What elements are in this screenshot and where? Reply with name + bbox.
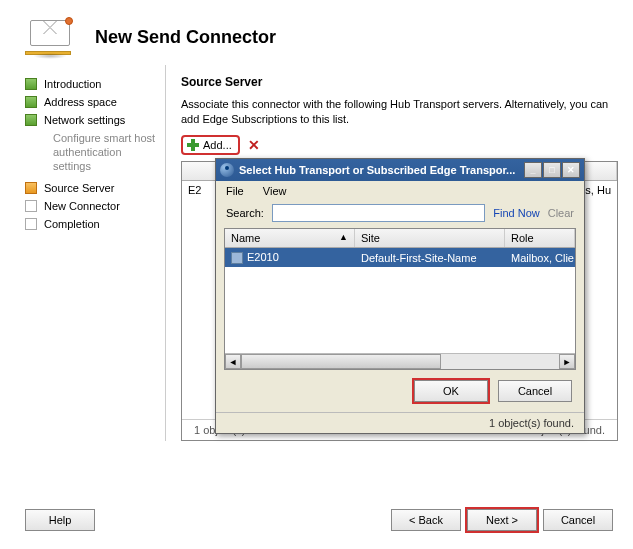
step-sub-smart-host: Configure smart host authentication sett… <box>25 132 160 173</box>
scroll-thumb[interactable] <box>241 354 441 369</box>
step-new-connector[interactable]: New Connector <box>25 197 160 215</box>
section-description: Associate this connector with the follow… <box>181 97 618 127</box>
close-icon[interactable]: ✕ <box>562 162 580 178</box>
wizard-steps-sidebar: Introduction Address space Network setti… <box>10 65 165 441</box>
step-label: New Connector <box>44 200 120 212</box>
minimize-icon[interactable]: _ <box>524 162 542 178</box>
add-button[interactable]: Add... <box>181 135 240 155</box>
server-list: Name▲ Site Role E2010 Default-First-Site… <box>224 228 576 370</box>
step-label: Source Server <box>44 182 114 194</box>
scroll-left-icon[interactable]: ◄ <box>225 354 241 369</box>
clear-link: Clear <box>548 207 574 219</box>
dialog-search-row: Search: Find Now Clear <box>216 201 584 228</box>
cell-role: Mailbox, Clie <box>505 249 575 267</box>
step-pending-icon <box>25 200 37 212</box>
find-now-link[interactable]: Find Now <box>493 207 539 219</box>
list-header: Name▲ Site Role <box>225 229 575 248</box>
dialog-cancel-button[interactable]: Cancel <box>498 380 572 402</box>
step-label: Introduction <box>44 78 101 90</box>
step-completion[interactable]: Completion <box>25 215 160 233</box>
step-label: Network settings <box>44 114 125 126</box>
sort-asc-icon: ▲ <box>339 232 348 242</box>
search-input[interactable] <box>272 204 485 222</box>
dialog-buttons: OK Cancel <box>216 370 584 412</box>
step-label: Address space <box>44 96 117 108</box>
wizard-title: New Send Connector <box>95 27 276 48</box>
step-source-server[interactable]: Source Server <box>25 179 160 197</box>
step-current-icon <box>25 182 37 194</box>
step-pending-icon <box>25 218 37 230</box>
col-name[interactable]: Name▲ <box>225 229 355 247</box>
add-label: Add... <box>203 139 232 151</box>
col-site[interactable]: Site <box>355 229 505 247</box>
scroll-right-icon[interactable]: ► <box>559 354 575 369</box>
step-network-settings[interactable]: Network settings <box>25 111 160 129</box>
step-address-space[interactable]: Address space <box>25 93 160 111</box>
step-introduction[interactable]: Introduction <box>25 75 160 93</box>
menu-view[interactable]: View <box>263 185 287 197</box>
cell-name: E2010 <box>225 248 355 267</box>
search-label: Search: <box>226 207 264 219</box>
step-check-icon <box>25 114 37 126</box>
list-item[interactable]: E2010 Default-First-Site-Name Mailbox, C… <box>225 248 575 267</box>
dialog-title-text: Select Hub Transport or Subscribed Edge … <box>239 164 524 176</box>
select-server-dialog: Select Hub Transport or Subscribed Edge … <box>215 158 585 434</box>
server-icon <box>231 252 243 264</box>
connector-envelope-icon <box>25 20 75 55</box>
back-button[interactable]: < Back <box>391 509 461 531</box>
step-check-icon <box>25 78 37 90</box>
next-button[interactable]: Next > <box>467 509 537 531</box>
delete-x-icon[interactable]: ✕ <box>248 137 260 153</box>
server-toolbar: Add... ✕ <box>181 135 618 155</box>
help-button[interactable]: Help <box>25 509 95 531</box>
section-title: Source Server <box>181 75 618 89</box>
cell-site: Default-First-Site-Name <box>355 249 505 267</box>
step-label: Completion <box>44 218 100 230</box>
col-role[interactable]: Role <box>505 229 575 247</box>
cancel-button[interactable]: Cancel <box>543 509 613 531</box>
dialog-titlebar[interactable]: Select Hub Transport or Subscribed Edge … <box>216 159 584 181</box>
plus-icon <box>186 138 200 152</box>
step-check-icon <box>25 96 37 108</box>
wizard-header: New Send Connector <box>0 0 633 65</box>
menu-file[interactable]: File <box>226 185 244 197</box>
ok-button[interactable]: OK <box>414 380 488 402</box>
maximize-icon[interactable]: □ <box>543 162 561 178</box>
horizontal-scrollbar[interactable]: ◄ ► <box>225 353 575 369</box>
dialog-app-icon <box>220 163 234 177</box>
dialog-statusbar: 1 object(s) found. <box>216 412 584 433</box>
dialog-menubar: File View <box>216 181 584 201</box>
